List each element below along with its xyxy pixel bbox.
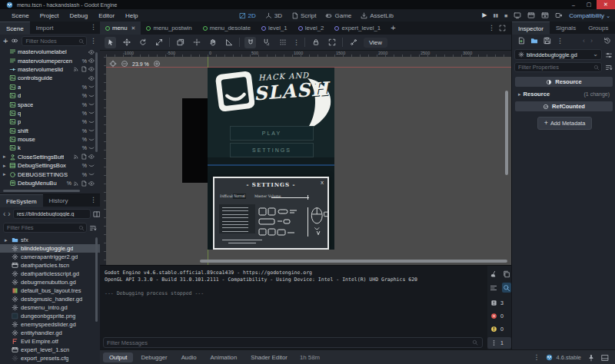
group-node-button[interactable] bbox=[326, 37, 337, 48]
visibility-icon[interactable] bbox=[88, 75, 95, 81]
workspace-assetlib[interactable]: AssetLib bbox=[356, 12, 398, 19]
resource-menu-icon[interactable]: ⋮ bbox=[557, 38, 563, 45]
snap-menu-icon[interactable]: ⋮ bbox=[293, 39, 300, 46]
tab-history[interactable]: History bbox=[43, 194, 75, 207]
menu-project[interactable]: Project bbox=[35, 12, 65, 19]
zoom-in-button[interactable] bbox=[153, 60, 161, 68]
expand-arrow-icon[interactable]: ▸ bbox=[3, 163, 8, 169]
scene-node-DebugMenuBu[interactable]: DebugMenuBu% bbox=[0, 179, 100, 187]
scene-node-mouse[interactable]: mouse% bbox=[0, 135, 100, 144]
file-enemyspeedslider.gd[interactable]: enemyspeedslider.gd bbox=[0, 320, 100, 329]
category-refcounted[interactable]: RefCounted bbox=[515, 101, 613, 111]
scene-node-a[interactable]: a% bbox=[0, 83, 100, 91]
dock-menu-icon[interactable]: ⋮ bbox=[87, 194, 100, 207]
rotate-tool-button[interactable] bbox=[137, 37, 148, 48]
property-sort-icon[interactable] bbox=[605, 64, 613, 71]
visibility-off-icon[interactable] bbox=[88, 145, 95, 151]
script-icon[interactable] bbox=[81, 66, 87, 72]
unique-name-icon[interactable]: % bbox=[82, 119, 87, 124]
unique-name-icon[interactable]: % bbox=[67, 180, 71, 186]
tab-groups[interactable]: Groups bbox=[582, 22, 614, 34]
category-resource[interactable]: Resource bbox=[515, 77, 613, 87]
signal-icon[interactable] bbox=[73, 66, 79, 72]
unique-name-icon[interactable]: % bbox=[82, 137, 87, 142]
filter-files-input[interactable] bbox=[3, 223, 87, 233]
expand-arrow-icon[interactable]: ▸ bbox=[5, 237, 9, 243]
scene-node-controlsguide[interactable]: controlsguide bbox=[0, 74, 100, 82]
close-tab-icon[interactable]: ✕ bbox=[131, 25, 136, 31]
status-menu-icon[interactable]: ⋮ bbox=[533, 354, 540, 361]
editor-counter[interactable]: 1 bbox=[487, 337, 511, 349]
tab-inspector[interactable]: Inspector bbox=[512, 22, 550, 35]
save-resource-icon[interactable] bbox=[544, 37, 551, 45]
visibility-off-icon[interactable] bbox=[88, 101, 95, 108]
scene-node-mastervolumepercen[interactable]: mastervolumepercen% bbox=[0, 56, 100, 65]
scene-node-DebugSettingsBox[interactable]: ▸DebugSettingsBox% bbox=[0, 161, 100, 170]
file-blinddebugtoggle.gd[interactable]: blinddebugtoggle.gd bbox=[0, 244, 100, 253]
scene-tab-expert_level_1[interactable]: expert_level_1 bbox=[329, 22, 386, 35]
file-default-bus-layout.tres[interactable]: default_bus_layout.tres bbox=[0, 286, 100, 295]
scene-tab-level_1[interactable]: level_1 bbox=[256, 22, 293, 35]
bottom-tab-output[interactable]: Output bbox=[103, 352, 133, 362]
select-tool-button[interactable] bbox=[105, 37, 116, 48]
maximize-button[interactable]: ▢ bbox=[581, 2, 597, 8]
visibility-icon[interactable] bbox=[88, 58, 95, 64]
sort-files-icon[interactable] bbox=[89, 224, 97, 232]
menu-editor[interactable]: Editor bbox=[93, 12, 120, 19]
scene-tab-menu_postwin[interactable]: menu_postwin bbox=[141, 22, 197, 35]
filter-messages-input[interactable] bbox=[103, 337, 483, 348]
group-resource[interactable]: ▸ Resource (1 change) bbox=[515, 89, 613, 99]
instance-scene-icon[interactable] bbox=[11, 37, 18, 45]
warnings-counter[interactable]: 0 bbox=[487, 323, 511, 335]
show-search-button[interactable] bbox=[502, 283, 512, 293]
pivot-tool-button[interactable] bbox=[191, 37, 202, 48]
file-camerapantrigger2.gd[interactable]: camerapantrigger2.gd bbox=[0, 253, 100, 261]
visibility-off-icon[interactable] bbox=[88, 171, 95, 177]
tab-import[interactable]: Import bbox=[30, 22, 60, 34]
grid-snap-button[interactable] bbox=[261, 37, 272, 48]
unique-name-icon[interactable]: % bbox=[82, 102, 87, 108]
visibility-icon[interactable] bbox=[88, 66, 95, 72]
scene-node-mastervolumeslid[interactable]: mastervolumeslid bbox=[0, 65, 100, 74]
visibility-off-icon[interactable] bbox=[88, 93, 95, 99]
scale-tool-button[interactable] bbox=[153, 37, 165, 48]
file-evil-empire.otf[interactable]: Evil Empire.otf bbox=[0, 337, 100, 346]
pan-tool-button[interactable] bbox=[207, 37, 218, 48]
current-path-field[interactable] bbox=[13, 209, 91, 219]
unique-name-icon[interactable]: % bbox=[82, 163, 87, 168]
clear-log-button[interactable] bbox=[489, 269, 499, 279]
play-scene-button[interactable] bbox=[527, 12, 535, 19]
visibility-off-icon[interactable] bbox=[88, 119, 95, 125]
visibility-off-icon[interactable] bbox=[88, 110, 95, 116]
extra-resource-options-icon[interactable] bbox=[605, 51, 613, 59]
smart-snap-button[interactable] bbox=[244, 37, 256, 48]
workspace-game[interactable]: Game bbox=[321, 12, 356, 19]
scene-tab-menu_desolate[interactable]: menu_desolate bbox=[198, 22, 256, 35]
visibility-icon[interactable] bbox=[88, 49, 95, 55]
add-metadata-button[interactable]: + Add Metadata bbox=[537, 117, 592, 130]
messages-counter[interactable]: 3 bbox=[487, 297, 511, 309]
new-scene-tab-button[interactable]: + bbox=[386, 24, 400, 32]
selectable-list-button[interactable] bbox=[175, 37, 186, 48]
scene-tree-menu-icon[interactable]: ⋮ bbox=[90, 38, 97, 45]
view-menu-button[interactable]: View bbox=[364, 38, 387, 48]
file-deathparticles.tscn[interactable]: deathparticles.tscn bbox=[0, 261, 100, 270]
file-entityhandler.gd[interactable]: entityhandler.gd bbox=[0, 329, 100, 337]
file-list-scrollbar[interactable] bbox=[95, 237, 98, 322]
history-back-icon[interactable]: ‹ bbox=[583, 38, 585, 45]
add-node-button[interactable]: + bbox=[3, 37, 8, 45]
bottom-tab-shader-editor[interactable]: Shader Editor bbox=[244, 352, 294, 362]
canvas-vscrollbar[interactable] bbox=[505, 91, 508, 175]
signal-icon[interactable] bbox=[73, 180, 79, 187]
file-expert-level-1.scn[interactable]: expert_level_1.scn bbox=[0, 346, 100, 354]
unique-name-icon[interactable]: % bbox=[82, 111, 87, 116]
nav-back-icon[interactable]: ‹ bbox=[3, 210, 5, 218]
stop-button[interactable]: ■ bbox=[504, 13, 507, 18]
visibility-icon[interactable] bbox=[88, 180, 95, 187]
file-sfx[interactable]: ▸sfx bbox=[0, 236, 100, 244]
play-custom-scene-button[interactable] bbox=[541, 12, 549, 19]
nav-forward-icon[interactable]: › bbox=[8, 210, 10, 218]
expand-arrow-icon[interactable]: ▸ bbox=[3, 171, 8, 177]
dock-menu-icon[interactable]: ⋮ bbox=[87, 22, 100, 34]
menu-help[interactable]: Help bbox=[120, 12, 143, 19]
